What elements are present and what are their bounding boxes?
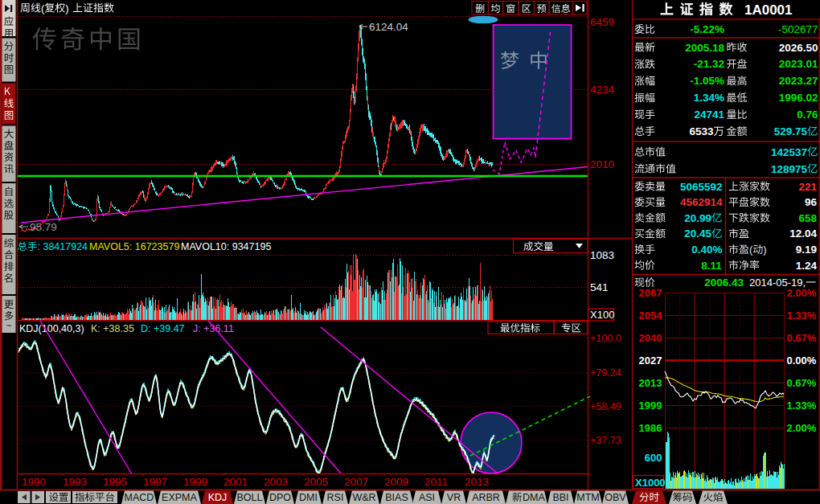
svg-text:1986: 1986 xyxy=(639,422,662,434)
svg-text:): ) xyxy=(65,2,68,14)
svg-text:529.75: 529.75 xyxy=(774,125,808,137)
svg-text:1999: 1999 xyxy=(183,476,207,488)
svg-text:128975: 128975 xyxy=(771,163,808,175)
svg-text:OBV: OBV xyxy=(605,492,626,503)
svg-text:2054: 2054 xyxy=(639,309,663,322)
svg-text:D: +39.47: D: +39.47 xyxy=(141,323,185,334)
svg-text:+100.0: +100.0 xyxy=(590,333,621,344)
svg-text:2003: 2003 xyxy=(264,476,288,488)
svg-text:2011: 2011 xyxy=(424,476,448,488)
svg-text:2005: 2005 xyxy=(304,476,328,488)
svg-text:DMI: DMI xyxy=(299,492,318,503)
svg-text:8.11: 8.11 xyxy=(701,260,722,272)
svg-text:+37.73: +37.73 xyxy=(590,435,621,446)
svg-text:2026.50: 2026.50 xyxy=(779,42,818,54)
svg-text:+79.24: +79.24 xyxy=(590,367,621,379)
svg-text:20.45: 20.45 xyxy=(684,227,711,240)
svg-text:1A0001: 1A0001 xyxy=(744,2,793,18)
svg-text:5065592: 5065592 xyxy=(680,181,723,193)
svg-text:1083: 1083 xyxy=(590,249,614,261)
svg-text:MTM: MTM xyxy=(576,492,599,503)
svg-text:-1.05%: -1.05% xyxy=(690,75,724,87)
svg-text:J: +36.11: J: +36.11 xyxy=(193,323,234,334)
svg-text:+58.49: +58.49 xyxy=(590,401,621,412)
svg-text:2027: 2027 xyxy=(639,354,662,367)
svg-text:BIAS: BIAS xyxy=(385,492,408,503)
svg-text:1.33%: 1.33% xyxy=(787,400,817,412)
svg-text:96: 96 xyxy=(805,196,818,208)
svg-text:RSI: RSI xyxy=(327,492,344,503)
svg-text:6124.04: 6124.04 xyxy=(369,21,408,33)
svg-text:1999: 1999 xyxy=(639,400,662,412)
svg-text:0.67%: 0.67% xyxy=(787,377,817,389)
svg-text:6459: 6459 xyxy=(590,16,614,28)
svg-text:KDJ(100,40,3): KDJ(100,40,3) xyxy=(19,323,84,334)
svg-text:~: ~ xyxy=(6,321,11,330)
svg-text:4234: 4234 xyxy=(590,84,615,96)
svg-text:BBI: BBI xyxy=(552,492,568,503)
svg-text:142537: 142537 xyxy=(771,146,807,158)
svg-text:2010: 2010 xyxy=(590,158,614,170)
svg-text:1995: 1995 xyxy=(103,476,127,488)
svg-text:-21.32: -21.32 xyxy=(694,58,724,70)
svg-text:1.24: 1.24 xyxy=(796,260,818,272)
svg-text:MAVOL10: 9347195: MAVOL10: 9347195 xyxy=(181,241,271,252)
svg-text:ASI: ASI xyxy=(419,492,435,503)
svg-text:KDJ: KDJ xyxy=(208,492,228,503)
svg-text:): ) xyxy=(763,244,766,256)
svg-text:658: 658 xyxy=(798,212,817,224)
svg-text:1997: 1997 xyxy=(143,476,167,488)
svg-text:95.79: 95.79 xyxy=(30,221,57,233)
svg-text:2.00%: 2.00% xyxy=(787,287,817,299)
svg-text:1990: 1990 xyxy=(22,476,46,488)
svg-text:0.00%: 0.00% xyxy=(787,354,817,367)
svg-text:-5.22%: -5.22% xyxy=(690,23,724,35)
svg-text:2013: 2013 xyxy=(465,476,489,488)
svg-text:X1000: X1000 xyxy=(635,477,666,489)
svg-text:2.00%: 2.00% xyxy=(787,422,817,434)
svg-text:0.76: 0.76 xyxy=(797,109,818,121)
svg-text:X100: X100 xyxy=(590,309,614,321)
svg-text:DMA: DMA xyxy=(523,492,545,503)
svg-text:1.33%: 1.33% xyxy=(787,309,817,322)
svg-text:2007: 2007 xyxy=(344,476,368,488)
svg-text:W&R: W&R xyxy=(352,492,375,503)
svg-text:(: ( xyxy=(41,2,45,14)
svg-text:6533: 6533 xyxy=(689,125,714,137)
svg-text:EXPMA: EXPMA xyxy=(162,492,197,503)
svg-text:K: +38.35: K: +38.35 xyxy=(91,323,134,334)
svg-text:1.34%: 1.34% xyxy=(694,92,724,104)
svg-text:2006.43: 2006.43 xyxy=(704,277,744,289)
svg-text:12.04: 12.04 xyxy=(789,227,817,240)
svg-text:1993: 1993 xyxy=(63,476,87,488)
svg-text:2005.18: 2005.18 xyxy=(685,42,724,54)
svg-text:: 38417924: : 38417924 xyxy=(38,241,88,252)
svg-text:4562914: 4562914 xyxy=(680,196,723,208)
svg-text:2009: 2009 xyxy=(384,476,408,488)
svg-text:2040: 2040 xyxy=(639,332,662,344)
svg-text:0.40%: 0.40% xyxy=(691,244,722,256)
svg-text:MACD: MACD xyxy=(125,492,154,503)
svg-text:ARBR: ARBR xyxy=(472,492,500,503)
svg-text:2013: 2013 xyxy=(639,377,662,389)
svg-text:1996.02: 1996.02 xyxy=(779,92,818,104)
svg-text:BOLL: BOLL xyxy=(237,492,263,503)
svg-text:2067: 2067 xyxy=(639,287,662,299)
svg-text:MAVOL5: 16723579: MAVOL5: 16723579 xyxy=(89,241,179,252)
svg-text:VR: VR xyxy=(447,492,461,503)
svg-text:24741: 24741 xyxy=(694,109,724,121)
svg-text:2001: 2001 xyxy=(223,476,248,488)
svg-text:-502677: -502677 xyxy=(778,23,818,35)
svg-text:221: 221 xyxy=(798,181,817,193)
svg-text:0.67%: 0.67% xyxy=(787,332,817,344)
svg-text:9.19: 9.19 xyxy=(796,244,817,256)
svg-text:2023.01: 2023.01 xyxy=(779,58,818,70)
svg-text:2023.27: 2023.27 xyxy=(779,75,818,87)
svg-text:20.99: 20.99 xyxy=(684,212,711,224)
svg-text:541: 541 xyxy=(590,281,609,293)
svg-text:600: 600 xyxy=(645,452,662,464)
svg-text:(: ( xyxy=(749,244,753,256)
svg-text:DPO: DPO xyxy=(269,492,291,503)
